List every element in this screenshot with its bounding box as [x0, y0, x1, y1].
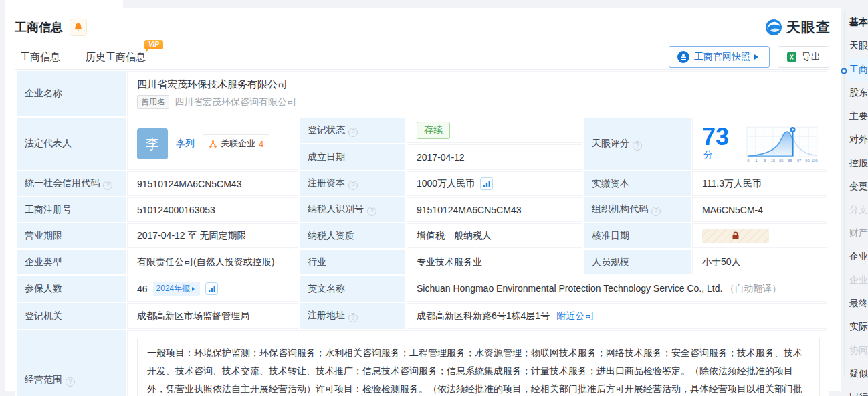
annual-report-badge[interactable]: 2024年报	[153, 282, 201, 296]
sidebar-item-duiwai[interactable]: 对外	[847, 128, 868, 151]
svg-text:50: 50	[780, 159, 784, 163]
svg-text:15: 15	[771, 159, 775, 163]
card-header: 工商信息 天眼查	[15, 16, 831, 39]
chevron-right-icon	[754, 54, 761, 60]
industry-cell: 专业技术服务业	[407, 250, 582, 274]
company-type-cell: 有限责任公司(自然人投资或控股)	[127, 250, 298, 274]
tab-label: 工商信息	[20, 51, 60, 62]
svg-text:85: 85	[788, 159, 792, 163]
field-label-taxpayer-quality: 纳税人资质	[300, 223, 405, 248]
help-icon[interactable]	[633, 141, 642, 151]
help-icon[interactable]	[348, 313, 358, 322]
sidebar-item-xietong[interactable]: 协同	[847, 338, 868, 362]
snapshot-stamp-icon	[677, 51, 689, 63]
reg-address-cell: 成都高新区科新路6号1栋4层1号附近公司	[407, 303, 827, 329]
sidebar-item-qiye-2[interactable]: 企业	[847, 268, 868, 292]
sidebar-item-shiji[interactable]: 实际	[847, 315, 868, 338]
export-button-label: 导出	[802, 51, 821, 63]
sidebar-item-fenzhi[interactable]: 分支	[847, 198, 868, 221]
business-term-cell: 2017-04-12 至 无固定期限	[127, 223, 298, 248]
reg-address: 成都高新区科新路6号1栋4层1号	[417, 310, 550, 321]
brand-logo: 天眼查	[765, 18, 831, 37]
sidebar-item-caichan[interactable]: 财产	[847, 221, 868, 245]
official-snapshot-button[interactable]: 工商官网快照	[669, 46, 770, 68]
approval-date-cell	[692, 223, 827, 248]
reg-capital-cell: 1000万人民币	[407, 171, 582, 196]
paid-capital-cell: 111.3万人民币	[692, 171, 827, 196]
header-actions: 工商官网快照 导出	[669, 46, 829, 72]
help-icon[interactable]	[66, 377, 75, 387]
field-label-company-type: 企业类型	[17, 250, 126, 274]
active-section-dot-icon	[841, 68, 847, 74]
help-icon[interactable]	[348, 181, 358, 190]
sidebar-item-biangeng[interactable]: 变更	[847, 175, 868, 198]
sidebar-item-zuizhong[interactable]: 最终	[847, 292, 868, 315]
field-label-est-date: 成立日期	[300, 144, 405, 170]
field-label-english-name: 英文名称	[300, 276, 405, 302]
table-row: 参保人数 46 2024年报 英文名称 Sichuan Hongmao Envi…	[17, 276, 827, 302]
sidebar-item-tianyan[interactable]: 天眼	[847, 34, 868, 58]
field-label-reg-authority: 登记机关	[17, 303, 126, 329]
monitor-bell-button[interactable]	[70, 19, 87, 36]
sidebar-item-gongshang[interactable]: 工商	[847, 58, 868, 81]
insured-value: 46	[137, 284, 148, 294]
field-label-reg-status: 登记状态	[300, 118, 405, 143]
sidebar-item-konggu[interactable]: 控股	[847, 151, 868, 175]
table-row: 法定代表人 李 李列 关联企业 4	[17, 118, 827, 143]
field-label-industry: 行业	[300, 250, 405, 274]
related-companies-badge[interactable]: 关联企业 4	[203, 134, 269, 153]
company-name-cell: 四川省宏茂环保技术服务有限公司 曾用名 四川省宏茂环保咨询有限公司	[127, 71, 827, 116]
former-name-tag: 曾用名	[137, 95, 169, 109]
sidebar-item-zhuyao[interactable]: 主要	[847, 104, 868, 128]
svg-text:99: 99	[806, 159, 810, 163]
capital-trend-icon[interactable]	[480, 177, 493, 190]
nearby-companies-link[interactable]: 附近公司	[556, 310, 594, 321]
section-nav-sidebar: 基本信息 天眼 工商 股东 主要 对外 控股 变更 分支 财产 企业 企业 最终…	[847, 11, 868, 396]
field-label-taxpayer-id: 纳税人识别号	[300, 197, 405, 222]
score-value: 73分	[702, 125, 738, 163]
bell-icon	[74, 23, 83, 32]
legal-rep-cell: 李 李列 关联企业 4	[127, 118, 298, 170]
help-icon[interactable]	[348, 128, 358, 137]
table-row: 统一社会信用代码 91510124MA6CN5CM43 注册资本 1000万人民…	[17, 171, 827, 196]
help-icon[interactable]	[103, 181, 112, 190]
help-icon[interactable]	[651, 207, 661, 216]
table-row: 登记机关 成都高新区市场监督管理局 注册地址 成都高新区科新路6号1栋4层1号附…	[17, 303, 827, 329]
auto-translate-note: （自动翻译）	[725, 283, 781, 294]
tab-label: 历史工商信息	[86, 51, 146, 62]
vip-badge: VIP	[144, 40, 163, 50]
sidebar-item-gudong[interactable]: 股东	[847, 81, 868, 104]
field-label-credit-code: 统一社会信用代码	[17, 171, 126, 196]
sidebar-item-qiye-1[interactable]: 企业	[847, 245, 868, 268]
excel-icon	[786, 52, 797, 62]
field-label-legal-rep: 法定代表人	[17, 118, 126, 170]
sidebar-item-tonghang[interactable]: 同行	[847, 385, 868, 396]
business-info-table: 企业名称 四川省宏茂环保技术服务有限公司 曾用名 四川省宏茂环保咨询有限公司 法…	[15, 69, 829, 396]
locked-value-box[interactable]	[702, 229, 769, 243]
tianyancha-business-info-page: 工商信息 天眼查 工商信息 历史工商信息	[0, 0, 868, 396]
table-row: 营业期限 2017-04-12 至 无固定期限 纳税人资质 增值税一般纳税人 核…	[17, 223, 827, 248]
sidebar-item-yisi[interactable]: 疑似	[847, 362, 868, 385]
field-label-reg-capital: 注册资本	[300, 171, 405, 196]
field-label-insured: 参保人数	[17, 276, 126, 302]
business-scope-cell: 一般项目：环境保护监测；环保咨询服务；水利相关咨询服务；工程管理服务；水资源管理…	[127, 330, 827, 396]
field-label-business-scope: 经营范围	[17, 330, 126, 396]
lock-icon	[732, 231, 740, 240]
field-label-business-term: 营业期限	[17, 223, 126, 248]
snapshot-button-label: 工商官网快照	[694, 51, 750, 63]
taxpayer-quality-cell: 增值税一般纳税人	[407, 223, 582, 248]
table-row: 工商注册号 510124000163053 纳税人识别号 91510124MA6…	[17, 197, 827, 222]
export-button[interactable]: 导出	[778, 46, 829, 68]
former-name: 四川省宏茂环保咨询有限公司	[175, 96, 296, 108]
insured-trend-icon[interactable]	[205, 282, 218, 295]
page-title: 工商信息	[15, 19, 63, 35]
table-row: 经营范围 一般项目：环境保护监测；环保咨询服务；水利相关咨询服务；工程管理服务；…	[17, 330, 827, 396]
score-distribution-chart: 0 1 3 15 50 85 97 99 100	[746, 124, 820, 164]
relation-graph-icon	[209, 140, 217, 148]
avatar[interactable]: 李	[137, 128, 168, 159]
field-label-staff-size: 人员规模	[584, 250, 691, 274]
help-icon[interactable]	[367, 207, 376, 216]
legal-rep-link[interactable]: 李列	[176, 138, 195, 150]
reg-authority-cell: 成都高新区市场监督管理局	[127, 303, 298, 329]
business-scope-text: 一般项目：环境保护监测；环保咨询服务；水利相关咨询服务；工程管理服务；水资源管理…	[137, 338, 820, 396]
